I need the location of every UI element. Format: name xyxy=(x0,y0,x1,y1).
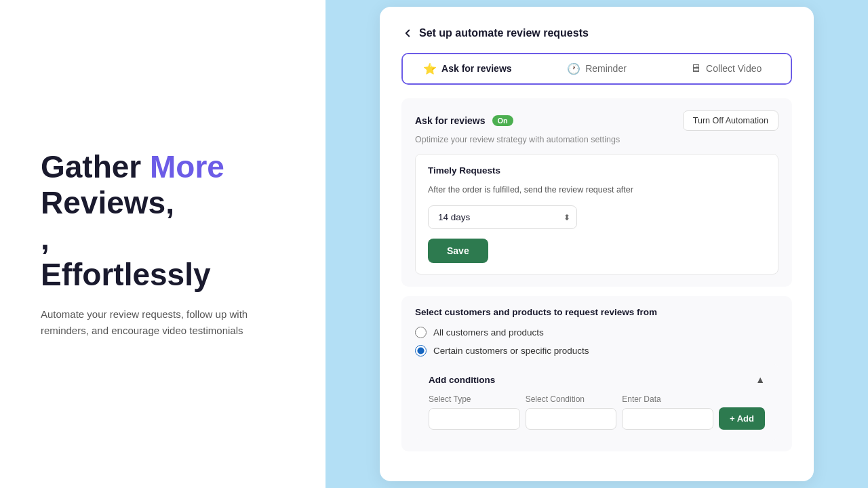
all-customers-label: All customers and products xyxy=(433,327,544,338)
subtext: Automate your review requests, follow up… xyxy=(41,306,285,339)
enter-data-input[interactable] xyxy=(622,408,713,430)
timely-requests-box: Timely Requests After the order is fulfi… xyxy=(415,154,778,275)
on-badge: On xyxy=(492,115,513,126)
select-condition-input[interactable] xyxy=(526,408,617,430)
select-type-label: Select Type xyxy=(429,394,520,404)
left-panel: Gather More Reviews, , Effortlessly Auto… xyxy=(0,0,326,488)
ask-for-reviews-section: Ask for reviews On Turn Off Automation O… xyxy=(401,98,792,287)
timely-requests-desc: After the order is fulfilled, send the r… xyxy=(428,184,766,197)
heading-text-start: Gather xyxy=(41,149,150,184)
certain-customers-radio[interactable] xyxy=(415,345,427,357)
back-nav[interactable]: Set up automate review requests xyxy=(401,27,792,39)
all-customers-option[interactable]: All customers and products xyxy=(415,327,778,338)
days-select-wrapper: 1 day 3 days 7 days 14 days 30 days ⬍ xyxy=(428,205,766,229)
all-customers-radio[interactable] xyxy=(415,327,427,338)
main-card: Set up automate review requests ⭐ Ask fo… xyxy=(380,7,814,482)
star-icon: ⭐ xyxy=(423,62,437,75)
back-nav-label: Set up automate review requests xyxy=(419,27,589,39)
select-condition-col: Select Condition xyxy=(526,394,617,430)
ask-section-subtitle: Optimize your review strategy with autom… xyxy=(415,135,778,144)
ask-section-title: Ask for reviews xyxy=(415,115,486,126)
turn-off-automation-button[interactable]: Turn Off Automation xyxy=(683,110,778,131)
save-button[interactable]: Save xyxy=(428,239,488,263)
select-type-input[interactable] xyxy=(429,408,520,430)
tab-collect-video-label: Collect Video xyxy=(706,63,762,74)
add-btn-col: + Add xyxy=(719,395,765,430)
certain-customers-label: Certain customers or specific products xyxy=(433,346,589,356)
conditions-columns: Select Type Select Condition Enter Data … xyxy=(429,394,765,430)
select-condition-label: Select Condition xyxy=(526,394,617,404)
enter-data-col: Enter Data xyxy=(622,394,713,430)
add-conditions-title: Add conditions xyxy=(429,375,495,385)
tab-reminder[interactable]: 🕐 Reminder xyxy=(532,54,662,83)
chevron-up-icon: ▲ xyxy=(755,374,765,385)
section-header: Ask for reviews On Turn Off Automation xyxy=(415,110,778,131)
enter-data-label: Enter Data xyxy=(622,394,713,404)
video-icon: 🖥 xyxy=(690,62,701,75)
add-condition-button[interactable]: + Add xyxy=(719,407,765,430)
tab-collect-video[interactable]: 🖥 Collect Video xyxy=(661,54,791,83)
back-arrow-icon xyxy=(401,27,414,39)
customers-title: Select customers and products to request… xyxy=(415,307,778,317)
section-title-row: Ask for reviews On xyxy=(415,115,513,126)
select-type-col: Select Type xyxy=(429,394,520,430)
main-heading: Gather More Reviews, , Effortlessly xyxy=(41,149,285,293)
heading-highlight: More xyxy=(150,149,224,184)
tab-reminder-label: Reminder xyxy=(585,63,627,74)
clock-icon: 🕐 xyxy=(567,62,580,75)
tab-ask-for-reviews[interactable]: ⭐ Ask for reviews xyxy=(403,54,532,83)
tab-ask-label: Ask for reviews xyxy=(441,63,512,74)
days-select[interactable]: 1 day 3 days 7 days 14 days 30 days xyxy=(428,205,577,229)
heading-effortlessly: , Effortlessly xyxy=(41,221,211,292)
certain-customers-option[interactable]: Certain customers or specific products xyxy=(415,345,778,357)
add-conditions-section: Add conditions ▲ Select Type Select Cond… xyxy=(415,363,778,441)
customers-section: Select customers and products to request… xyxy=(401,296,792,451)
timely-requests-title: Timely Requests xyxy=(428,165,766,176)
right-panel: Set up automate review requests ⭐ Ask fo… xyxy=(326,0,868,488)
heading-reviews: Reviews xyxy=(41,185,165,220)
add-conditions-header[interactable]: Add conditions ▲ xyxy=(429,374,765,385)
heading-comma: , xyxy=(165,185,174,220)
tabs-container: ⭐ Ask for reviews 🕐 Reminder 🖥 Collect V… xyxy=(401,53,792,85)
